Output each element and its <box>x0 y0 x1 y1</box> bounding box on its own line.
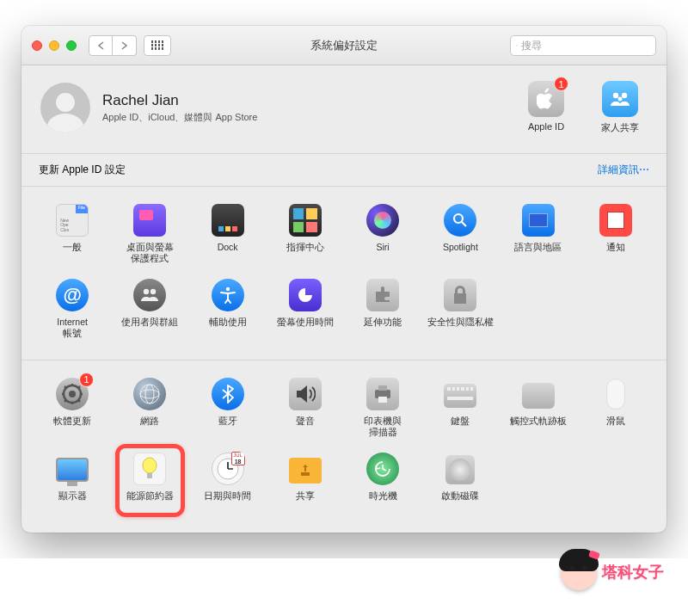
pref-keyboard[interactable]: 鍵盤 <box>421 373 499 442</box>
search-input[interactable] <box>521 40 650 52</box>
pref-label: 時光機 <box>369 490 397 513</box>
bluetooth-icon <box>211 377 245 411</box>
pref-label: 指揮中心 <box>286 242 324 264</box>
pref-energy[interactable]: 能源節約器 <box>111 447 188 517</box>
pref-startup[interactable]: 啟動磁碟 <box>421 447 499 517</box>
pref-datetime[interactable]: JUL18日期與時間 <box>189 447 267 517</box>
pref-grid-4: 顯示器能源節約器JUL18日期與時間共享時光機啟動磁碟 <box>34 447 654 517</box>
notice-link[interactable]: 詳細資訊⋯ <box>598 163 649 177</box>
pref-mission[interactable]: 指揮中心 <box>267 199 344 268</box>
family-label: 家人共享 <box>601 121 639 134</box>
grid-icon <box>151 40 164 50</box>
pref-trackpad[interactable]: 觸控式軌跡板 <box>500 373 577 442</box>
pref-label: 語言與地區 <box>514 242 562 264</box>
pref-label: 聲音 <box>296 416 315 438</box>
notice-text: 更新 Apple ID 設定 <box>39 163 126 177</box>
notifications-icon <box>599 203 633 237</box>
pref-label: Siri <box>377 242 390 264</box>
pref-spotlight[interactable]: Spotlight <box>421 199 499 268</box>
people-icon <box>608 90 632 108</box>
pref-screentime[interactable]: 螢幕使用時間 <box>267 274 344 343</box>
side-icons: 1 Apple ID 家人共享 <box>519 81 648 134</box>
back-button[interactable] <box>89 35 113 56</box>
badge: 1 <box>554 77 568 91</box>
pref-internet[interactable]: @Internet帳號 <box>34 274 111 343</box>
avatar[interactable] <box>40 83 90 132</box>
accessibility-icon <box>211 278 245 312</box>
mouse-icon <box>599 377 633 411</box>
pref-siri[interactable]: Siri <box>344 199 421 268</box>
pref-grid-2: @Internet帳號使用者與群組輔助使用螢幕使用時間延伸功能安全性與隱私權 <box>34 274 654 343</box>
desktop-icon <box>132 203 167 237</box>
watermark: 塔科女子 <box>561 554 664 558</box>
pref-label: 輔助使用 <box>209 317 247 339</box>
siri-icon <box>366 203 400 237</box>
printers-icon <box>366 377 400 411</box>
pref-label: 使用者與群組 <box>121 317 178 339</box>
show-all-button[interactable] <box>144 35 171 56</box>
energy-icon <box>132 452 167 486</box>
pref-label: 啟動磁碟 <box>441 490 479 513</box>
pref-network[interactable]: 網路 <box>111 373 188 442</box>
search-field[interactable] <box>510 35 656 56</box>
pref-displays[interactable]: 顯示器 <box>34 447 111 517</box>
pref-users[interactable]: 使用者與群組 <box>111 274 188 343</box>
svg-rect-27 <box>147 473 152 478</box>
svg-point-26 <box>143 458 157 473</box>
family-item[interactable]: 家人共享 <box>593 81 648 134</box>
keyboard-icon <box>443 377 477 411</box>
pref-sound[interactable]: 聲音 <box>267 373 344 442</box>
pref-label: 印表機與掃描器 <box>364 416 402 438</box>
startup-icon <box>443 452 477 486</box>
pref-grid-3: 1軟體更新網路藍牙聲音印表機與掃描器鍵盤觸控式軌跡板滑鼠 <box>34 373 654 442</box>
maximize-button[interactable] <box>66 40 77 51</box>
profile-row: Rachel Jian Apple ID、iCloud、媒體與 App Stor… <box>22 65 666 154</box>
pref-label: 滑鼠 <box>606 416 625 438</box>
pref-label: Internet帳號 <box>57 317 88 339</box>
extensions-icon <box>366 278 400 312</box>
pref-dock[interactable]: Dock <box>189 199 267 268</box>
pref-label: 藍牙 <box>218 416 237 438</box>
pref-desktop[interactable]: 桌面與螢幕保護程式 <box>111 199 188 268</box>
forward-button[interactable] <box>113 35 137 56</box>
pref-extensions[interactable]: 延伸功能 <box>344 274 421 343</box>
pref-language[interactable]: 語言與地區 <box>500 199 577 268</box>
svg-rect-31 <box>301 472 310 476</box>
pref-accessibility[interactable]: 輔助使用 <box>189 274 267 343</box>
screentime-icon <box>288 278 322 312</box>
pref-bluetooth[interactable]: 藍牙 <box>189 373 267 442</box>
svg-point-3 <box>622 93 627 98</box>
minimize-button[interactable] <box>49 40 59 51</box>
svg-point-9 <box>225 287 229 291</box>
pref-mouse[interactable]: 滑鼠 <box>577 373 654 442</box>
network-icon <box>132 377 167 411</box>
pref-grid-1: FileNewOpeClos一般桌面與螢幕保護程式Dock指揮中心SiriSpo… <box>34 199 654 268</box>
pref-label: 鍵盤 <box>451 416 470 438</box>
spotlight-icon <box>443 203 477 237</box>
pref-timemachine[interactable]: 時光機 <box>344 447 421 517</box>
svg-point-2 <box>613 93 618 98</box>
apple-id-icon: 1 <box>528 81 564 117</box>
pref-label: 軟體更新 <box>53 416 91 438</box>
pref-label: 共享 <box>296 490 315 513</box>
svg-point-4 <box>618 97 623 102</box>
pref-sharing[interactable]: 共享 <box>267 447 344 517</box>
svg-line-17 <box>78 400 80 402</box>
svg-line-1 <box>517 46 518 46</box>
section-1: FileNewOpeClos一般桌面與螢幕保護程式Dock指揮中心SiriSpo… <box>22 187 666 360</box>
pref-label: 日期與時間 <box>204 490 251 513</box>
pref-label: 螢幕使用時間 <box>277 317 334 339</box>
pref-general[interactable]: FileNewOpeClos一般 <box>34 199 111 268</box>
close-button[interactable] <box>32 40 42 51</box>
apple-id-item[interactable]: 1 Apple ID <box>519 81 574 134</box>
apple-id-label: Apple ID <box>528 121 564 132</box>
mission-icon <box>288 203 322 237</box>
pref-label: 顯示器 <box>58 490 87 513</box>
displays-icon <box>55 452 89 486</box>
pref-security[interactable]: 安全性與隱私權 <box>421 274 499 343</box>
pref-software[interactable]: 1軟體更新 <box>34 373 111 442</box>
timemachine-icon <box>366 452 400 486</box>
pref-label: 一般 <box>63 242 82 264</box>
pref-printers[interactable]: 印表機與掃描器 <box>344 373 421 442</box>
pref-notifications[interactable]: 通知 <box>577 199 654 268</box>
